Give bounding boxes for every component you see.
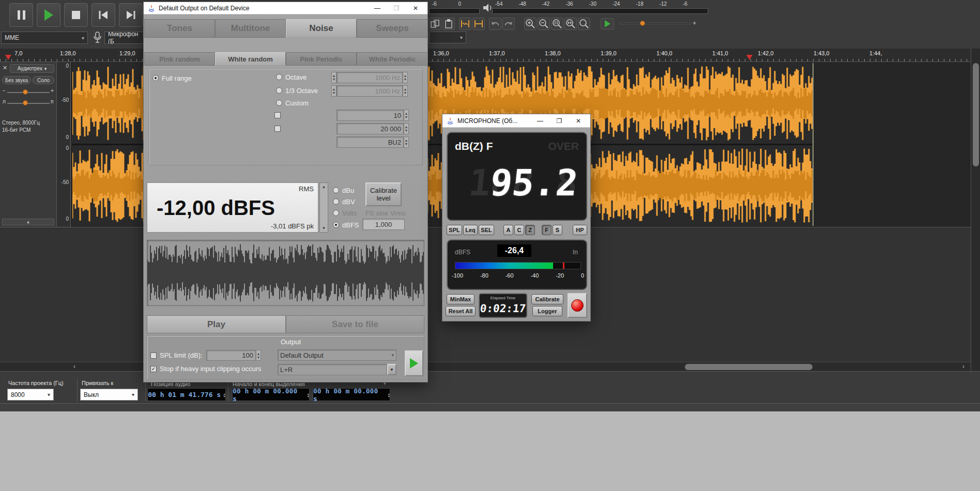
copy-button[interactable] (429, 18, 441, 30)
generator-titlebar[interactable]: Default Output on Default Device — ❐ ✕ (144, 2, 427, 14)
hp-filter-button[interactable]: HP (573, 225, 587, 235)
audio-host-combo[interactable]: MME ▾ (1, 32, 88, 44)
leq-mode-button[interactable]: Leq (463, 225, 478, 235)
track-name-menu[interactable]: Аудиотрек ▾ (10, 64, 54, 73)
octave-freq-stepper-right[interactable]: ▲▼ (403, 72, 408, 83)
project-rate-combo[interactable]: 8000 ▾ (7, 389, 54, 401)
timeline-pin-icon[interactable] (5, 55, 11, 60)
audio-position-display[interactable]: 00 h 01 m 41.776 s ▲▼ (147, 388, 226, 401)
speed-slider-thumb[interactable] (640, 21, 645, 26)
logger-button[interactable]: Logger (532, 306, 562, 316)
track-mute-button[interactable]: Без звука (2, 76, 31, 84)
zoom-toggle-button[interactable] (578, 18, 590, 30)
unit-field[interactable]: BU2 (336, 136, 404, 148)
playback-meter-bar[interactable] (492, 8, 708, 14)
generator-play-button[interactable]: Play (147, 315, 286, 333)
octave-radio[interactable] (276, 74, 282, 80)
routing-combo-arrow[interactable]: ▼ (387, 364, 396, 375)
dbfs-radio[interactable] (333, 222, 339, 228)
subtab-pink-random[interactable]: Pink random (144, 52, 215, 66)
high-freq-checkbox[interactable] (274, 126, 281, 132)
selection-end-display[interactable]: 00 h 00 m 00.000 s ▲▼ (313, 388, 390, 401)
third-freq-field[interactable]: 1000 Hz (336, 85, 403, 97)
high-freq-stepper[interactable]: ▲▼ (404, 123, 409, 134)
vertical-scrollbar-thumb[interactable] (973, 63, 979, 166)
third-freq-stepper-left[interactable]: ▲▼ (331, 85, 336, 97)
play-button[interactable] (37, 3, 60, 27)
recording-channels-combo[interactable]: ▾ (429, 32, 466, 43)
output-start-button[interactable] (405, 350, 423, 376)
stop-button[interactable] (64, 3, 88, 27)
z-weighting-button[interactable]: Z (525, 225, 535, 235)
tab-sweeps[interactable]: Sweeps (357, 19, 428, 38)
volts-radio[interactable] (333, 210, 339, 216)
paste-button[interactable] (442, 18, 455, 30)
pan-slider-thumb[interactable] (23, 100, 28, 105)
track-solo-button[interactable]: Соло (33, 76, 54, 84)
octave-freq-field[interactable]: 1000 Hz (336, 72, 403, 83)
low-freq-stepper[interactable]: ▲▼ (404, 110, 409, 121)
spl-limit-stepper[interactable]: ▲▼ (256, 350, 261, 361)
dbu-radio[interactable] (333, 187, 339, 193)
recording-meter-bar[interactable] (429, 8, 480, 14)
spl-limit-field[interactable]: 100 (206, 350, 256, 361)
undo-button[interactable] (489, 18, 501, 30)
third-octave-radio[interactable] (276, 87, 282, 94)
slow-button[interactable]: S (553, 225, 562, 235)
skip-to-end-button[interactable] (119, 3, 143, 27)
minimize-button[interactable]: — (370, 5, 385, 12)
spl-limit-checkbox[interactable] (150, 352, 157, 359)
calibrate-button[interactable]: Calibrate (531, 294, 563, 304)
fs-value-field[interactable]: 1,000 (362, 219, 405, 230)
meter-titlebar[interactable]: MICROPHONE (Об... — ❐ ✕ (442, 114, 590, 128)
selection-start-display[interactable]: 00 h 00 m 00.000 s ▲▼ (232, 388, 310, 401)
third-freq-stepper-right[interactable]: ▲▼ (403, 85, 408, 97)
zoom-in-button[interactable] (524, 18, 537, 30)
pause-button[interactable] (9, 3, 33, 27)
stop-clipping-checkbox[interactable]: ✓ (150, 366, 157, 372)
record-button[interactable] (568, 293, 587, 318)
skip-to-start-button[interactable] (91, 3, 115, 27)
minmax-button[interactable]: MinMax (447, 294, 474, 304)
scroll-left-icon[interactable]: ‹ (73, 363, 75, 370)
maximize-button[interactable]: ❐ (389, 5, 404, 12)
tab-tones[interactable]: Tones (144, 19, 215, 38)
c-weighting-button[interactable]: C (514, 225, 524, 235)
a-weighting-button[interactable]: A (503, 225, 513, 235)
subtab-white-random[interactable]: White random (215, 52, 286, 66)
tab-noise[interactable]: Noise (286, 19, 357, 38)
calibrate-level-button[interactable]: Calibrate level (365, 182, 402, 206)
track-vertical-ruler[interactable]: 0 -50 0 0 -50 0 (57, 62, 71, 227)
reset-all-button[interactable]: Reset All (446, 306, 476, 316)
maximize-button[interactable]: ❐ (552, 117, 567, 125)
low-freq-field[interactable]: 10 (336, 110, 404, 121)
high-freq-field[interactable]: 20 000 (336, 123, 404, 134)
time-spinner[interactable]: ▲▼ (307, 392, 309, 397)
zoom-fit-button[interactable] (564, 18, 577, 30)
track-close-icon[interactable]: ✕ (3, 65, 7, 71)
time-spinner[interactable]: ▲▼ (388, 392, 390, 397)
custom-radio[interactable] (276, 100, 282, 106)
dbv-radio[interactable] (333, 198, 339, 205)
subtab-pink-periodic[interactable]: Pink Periodic (286, 52, 357, 66)
pan-slider-track[interactable] (7, 103, 50, 104)
speed-slider-track[interactable] (619, 23, 691, 24)
low-freq-checkbox[interactable] (274, 112, 281, 118)
timeline-pin-icon[interactable] (746, 55, 753, 60)
recording-device-combo[interactable]: Микрофон (Б (104, 32, 144, 44)
minimize-button[interactable]: — (532, 117, 548, 125)
octave-freq-stepper-left[interactable]: ▲▼ (331, 72, 336, 83)
full-range-radio[interactable] (152, 75, 159, 81)
close-button[interactable]: ✕ (571, 117, 586, 125)
unit-field-stepper[interactable]: ▲▼ (404, 136, 409, 148)
zoom-out-button[interactable] (538, 18, 550, 30)
zoom-selection-button[interactable] (551, 18, 563, 30)
subtab-white-periodic[interactable]: White Periodic (357, 52, 428, 66)
redo-button[interactable] (502, 18, 515, 30)
output-device-combo[interactable]: Default Output ▾ (278, 349, 396, 361)
horizontal-scrollbar-thumb[interactable] (685, 364, 813, 370)
silence-audio-button[interactable] (472, 18, 485, 30)
snap-to-combo[interactable]: Выкл ▾ (80, 389, 138, 401)
trim-audio-button[interactable] (459, 18, 471, 30)
gain-slider-track[interactable] (7, 92, 50, 93)
